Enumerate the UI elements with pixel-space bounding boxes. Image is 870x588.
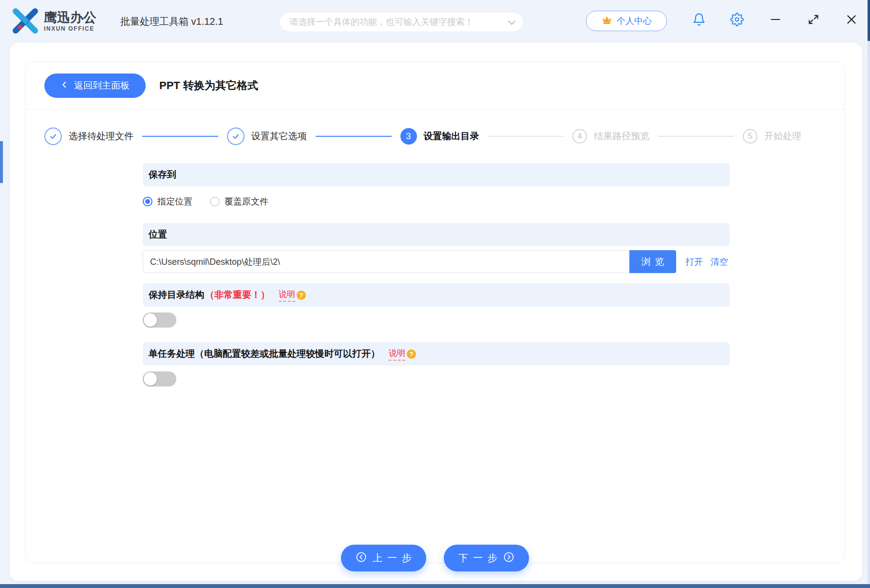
clear-path-link[interactable]: 清空 — [711, 256, 728, 268]
wizard-panel: 返回到主面板 PPT 转换为其它格式 选择待处理文件 设置其它选项 3 — [25, 62, 845, 563]
save-to-title: 保存到 — [149, 168, 176, 181]
gear-icon — [730, 13, 744, 28]
step-number-badge: 4 — [572, 129, 587, 144]
titlebar: 鹰迅办公 INXUN OFFICE 批量处理工具箱 v1.12.1 个人中心 — [0, 0, 870, 43]
crown-icon — [601, 14, 613, 28]
minimize-icon — [769, 13, 782, 28]
app-window: 鹰迅办公 INXUN OFFICE 批量处理工具箱 v1.12.1 个人中心 — [0, 0, 870, 588]
location-title: 位置 — [149, 228, 167, 241]
settings-button[interactable] — [729, 12, 745, 29]
step-number-badge: 5 — [743, 129, 757, 144]
step-start-processing: 5 开始处理 — [743, 129, 801, 144]
save-to-section-header: 保存到 — [143, 163, 730, 186]
chevron-left-icon — [60, 80, 69, 92]
single-task-toggle[interactable] — [143, 371, 176, 386]
circle-chevron-right-icon — [503, 551, 514, 565]
radio-unselected-icon — [210, 197, 220, 206]
step-done-check-icon — [227, 128, 245, 145]
brand-name-en: INXUN OFFICE — [44, 26, 96, 32]
keep-structure-title: 保持目录结构 — [149, 289, 204, 301]
brand-logo: 鹰迅办公 INXUN OFFICE — [12, 7, 96, 36]
step-connector — [142, 136, 218, 137]
back-to-dashboard-button[interactable]: 返回到主面板 — [44, 74, 146, 98]
keep-structure-section-header: 保持目录结构 （非常重要！） 说明 ? — [143, 283, 730, 307]
location-path-row: 浏览 打开 清空 — [143, 250, 730, 273]
bell-icon — [692, 13, 706, 28]
radio-label: 覆盖原文件 — [225, 196, 268, 207]
wizard-nav: 上一步 下一步 — [26, 545, 844, 571]
radio-specified-location[interactable]: 指定位置 — [143, 196, 192, 207]
close-button[interactable] — [843, 12, 860, 29]
next-step-button[interactable]: 下一步 — [444, 545, 529, 571]
step-done-check-icon — [44, 128, 62, 145]
keep-structure-important-note: （非常重要！） — [205, 289, 270, 301]
notifications-button[interactable] — [691, 12, 707, 29]
background-window-edge-right — [868, 41, 870, 588]
next-step-label: 下一步 — [458, 551, 502, 565]
background-window-edge-bottom — [0, 584, 870, 588]
location-section-header: 位置 — [143, 223, 730, 246]
help-link[interactable]: 说明 — [279, 289, 295, 302]
expand-icon — [807, 13, 820, 28]
keep-structure-help[interactable]: 说明 ? — [279, 289, 306, 302]
user-center-label: 个人中心 — [617, 15, 652, 27]
background-window-edge-left — [0, 141, 3, 183]
app-title: 批量处理工具箱 v1.12.1 — [120, 0, 223, 43]
previous-step-label: 上一步 — [373, 551, 416, 565]
circle-chevron-left-icon — [356, 551, 367, 565]
keep-structure-toggle[interactable] — [143, 312, 176, 328]
step-connector — [316, 136, 392, 137]
user-center-button[interactable]: 个人中心 — [586, 11, 667, 31]
browse-button[interactable]: 浏览 — [629, 250, 676, 273]
page-title: PPT 转换为其它格式 — [159, 78, 258, 93]
step-label: 结果路径预览 — [594, 130, 649, 143]
step-output-directory: 3 设置输出目录 — [400, 128, 479, 145]
step-connector — [658, 136, 734, 137]
step-number-badge: 3 — [400, 128, 417, 145]
save-to-options: 指定位置 覆盖原文件 — [143, 190, 730, 213]
search-input[interactable] — [289, 17, 508, 27]
minimize-button[interactable] — [767, 12, 784, 29]
single-task-help[interactable]: 说明 ? — [389, 348, 416, 361]
step-label: 设置输出目录 — [424, 130, 479, 143]
maximize-button[interactable] — [805, 12, 822, 29]
previous-step-button[interactable]: 上一步 — [341, 545, 426, 571]
inxun-logo-icon — [12, 7, 39, 36]
step-label: 选择待处理文件 — [69, 130, 133, 143]
question-badge-icon[interactable]: ? — [297, 291, 306, 300]
step-result-preview: 4 结果路径预览 — [572, 129, 649, 144]
step-connector — [488, 136, 564, 137]
single-task-title: 单任务处理（电脑配置较差或批量处理较慢时可以打开） — [149, 348, 380, 360]
radio-label: 指定位置 — [157, 196, 192, 207]
open-folder-link[interactable]: 打开 — [685, 256, 703, 268]
output-settings-form: 保存到 指定位置 覆盖原文件 位置 浏览 打开 — [143, 163, 730, 386]
step-select-files: 选择待处理文件 — [44, 128, 133, 145]
single-task-section-header: 单任务处理（电脑配置较差或批量处理较慢时可以打开） 说明 ? — [143, 342, 730, 366]
help-link[interactable]: 说明 — [389, 348, 405, 361]
step-label: 开始处理 — [764, 130, 801, 143]
radio-overwrite-original[interactable]: 覆盖原文件 — [210, 196, 268, 207]
back-button-label: 返回到主面板 — [74, 79, 130, 92]
page-header-row: 返回到主面板 PPT 转换为其它格式 — [26, 62, 844, 110]
radio-selected-icon — [143, 197, 152, 206]
output-path-input[interactable] — [143, 250, 630, 273]
chevron-down-icon[interactable] — [508, 17, 516, 25]
brand-name: 鹰迅办公 — [44, 11, 96, 24]
step-label: 设置其它选项 — [251, 130, 307, 143]
wizard-steps: 选择待处理文件 设置其它选项 3 设置输出目录 4 结果路径预览 5 — [26, 123, 844, 150]
function-search[interactable] — [279, 12, 524, 32]
step-other-options: 设置其它选项 — [227, 128, 307, 145]
close-icon — [845, 13, 858, 28]
question-badge-icon[interactable]: ? — [407, 349, 416, 359]
